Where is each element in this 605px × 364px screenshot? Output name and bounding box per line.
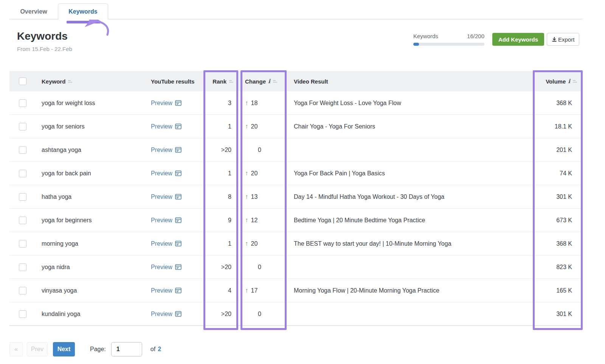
video-result-cell: Yoga For Back Pain | Yoga Basics <box>287 170 533 177</box>
row-checkbox[interactable] <box>19 193 26 201</box>
row-checkbox[interactable] <box>19 170 26 177</box>
keywords-counter-label: Keywords <box>413 33 438 39</box>
up-arrow-icon: ↑ <box>245 287 248 294</box>
table-row: hatha yoga Preview 8 ↑ 13 Day 14 - Mindf… <box>9 185 583 209</box>
preview-window-icon <box>175 194 182 200</box>
keyword-cell: yoga nidra <box>36 264 145 271</box>
row-checkbox[interactable] <box>19 123 26 130</box>
pagination: « Prev Next Page: of 2 <box>9 342 161 356</box>
select-all-checkbox[interactable] <box>19 77 26 85</box>
preview-link[interactable]: Preview <box>151 147 182 153</box>
change-value: 20 <box>251 170 258 177</box>
rank-cell: 8 <box>202 194 238 200</box>
keyword-cell: yoga for back pain <box>36 170 145 177</box>
info-icon[interactable]: i <box>268 78 270 85</box>
preview-window-icon <box>175 288 182 293</box>
row-checkbox[interactable] <box>19 310 26 318</box>
header-keyword[interactable]: Keyword <box>42 78 73 85</box>
preview-window-icon <box>175 264 182 270</box>
table-row: ashtanga yoga Preview >20 ↑ 0 201 K <box>9 138 583 162</box>
first-page-button[interactable]: « <box>9 342 23 356</box>
preview-link[interactable]: Preview <box>151 240 182 247</box>
volume-cell: 368 K <box>533 100 583 107</box>
header-volume[interactable]: Volume i <box>546 78 577 85</box>
table-row: yoga for weight loss Preview 3 ↑ 18 Yoga… <box>9 91 583 115</box>
row-checkbox[interactable] <box>19 287 26 294</box>
table-row: yoga for seniors Preview 1 ↑ 20 Chair Yo… <box>9 115 583 138</box>
table-row: yoga for beginners Preview 9 ↑ 12 Bedtim… <box>9 209 583 232</box>
volume-cell: 201 K <box>533 147 583 153</box>
page-number-input[interactable] <box>111 342 142 356</box>
rank-cell: 1 <box>202 123 238 130</box>
add-keywords-button[interactable]: Add Keywords <box>492 33 544 46</box>
volume-cell: 823 K <box>533 264 583 271</box>
preview-label: Preview <box>151 123 172 130</box>
preview-label: Preview <box>151 170 172 177</box>
volume-cell: 301 K <box>533 194 583 200</box>
info-icon[interactable]: i <box>568 78 570 85</box>
sort-icon <box>273 79 278 84</box>
row-checkbox[interactable] <box>19 240 26 248</box>
header-rank[interactable]: Rank <box>213 78 234 85</box>
keyword-cell: morning yoga <box>36 240 145 247</box>
row-checkbox[interactable] <box>19 146 26 154</box>
keyword-cell: yoga for seniors <box>36 123 145 130</box>
of-label: of <box>150 346 155 353</box>
sort-icon <box>229 79 234 84</box>
up-arrow-icon: ↑ <box>245 99 248 107</box>
change-cell: ↑ 17 <box>238 287 287 294</box>
total-pages-link[interactable]: 2 <box>158 346 161 353</box>
volume-cell: 18.1 K <box>533 123 583 130</box>
rank-cell: 1 <box>202 170 238 177</box>
change-value: 18 <box>251 100 258 107</box>
change-value: 20 <box>251 240 258 247</box>
preview-link[interactable]: Preview <box>151 311 182 318</box>
preview-link[interactable]: Preview <box>151 194 182 200</box>
preview-label: Preview <box>151 240 172 247</box>
sort-icon <box>572 79 577 84</box>
up-arrow-icon: ↑ <box>245 123 248 130</box>
keywords-table: Keyword YouTube results Rank Change i Vi… <box>9 71 583 326</box>
tab-overview[interactable]: Overview <box>9 4 58 19</box>
rank-cell: 3 <box>202 100 238 107</box>
video-result-cell: Bedtime Yoga | 20 Minute Bedtime Yoga Pr… <box>287 217 533 224</box>
up-arrow-icon: ↑ <box>245 170 248 177</box>
prev-page-button[interactable]: Prev <box>27 342 48 356</box>
volume-cell: 368 K <box>533 240 583 247</box>
change-cell: ↑ 0 <box>238 311 287 318</box>
keyword-cell: yoga for weight loss <box>36 100 145 107</box>
header-video-result: Video Result <box>287 78 533 85</box>
change-value: 13 <box>251 194 258 200</box>
header-change[interactable]: Change i <box>245 78 278 85</box>
preview-label: Preview <box>151 311 172 318</box>
change-cell: ↑ 20 <box>238 240 287 248</box>
table-body: yoga for weight loss Preview 3 ↑ 18 Yoga… <box>9 91 583 326</box>
keyword-cell: ashtanga yoga <box>36 147 145 153</box>
row-checkbox[interactable] <box>19 263 26 271</box>
preview-link[interactable]: Preview <box>151 100 182 107</box>
change-cell: ↑ 18 <box>238 99 287 107</box>
page-label: Page: <box>90 346 106 353</box>
preview-label: Preview <box>151 100 172 107</box>
preview-link[interactable]: Preview <box>151 217 182 224</box>
row-checkbox[interactable] <box>19 99 26 107</box>
next-page-button[interactable]: Next <box>53 342 75 356</box>
up-arrow-icon: ↑ <box>245 240 248 248</box>
change-value: 0 <box>258 147 261 153</box>
keywords-counter-value: 16/200 <box>450 33 484 39</box>
preview-label: Preview <box>151 287 172 294</box>
change-cell: ↑ 0 <box>238 264 287 271</box>
table-row: yoga for back pain Preview 1 ↑ 20 Yoga F… <box>9 162 583 185</box>
up-arrow-icon: ↑ <box>245 193 248 201</box>
tab-keywords[interactable]: Keywords <box>58 3 108 20</box>
preview-window-icon <box>175 217 182 223</box>
preview-link[interactable]: Preview <box>151 170 182 177</box>
video-result-cell: Morning Yoga Flow | 20-Minute Morning Yo… <box>287 287 533 294</box>
preview-link[interactable]: Preview <box>151 123 182 130</box>
preview-link[interactable]: Preview <box>151 287 182 294</box>
volume-cell: 673 K <box>533 217 583 224</box>
rank-cell: 1 <box>202 240 238 247</box>
row-checkbox[interactable] <box>19 217 26 224</box>
preview-link[interactable]: Preview <box>151 264 182 271</box>
export-button[interactable]: Export <box>547 33 579 46</box>
